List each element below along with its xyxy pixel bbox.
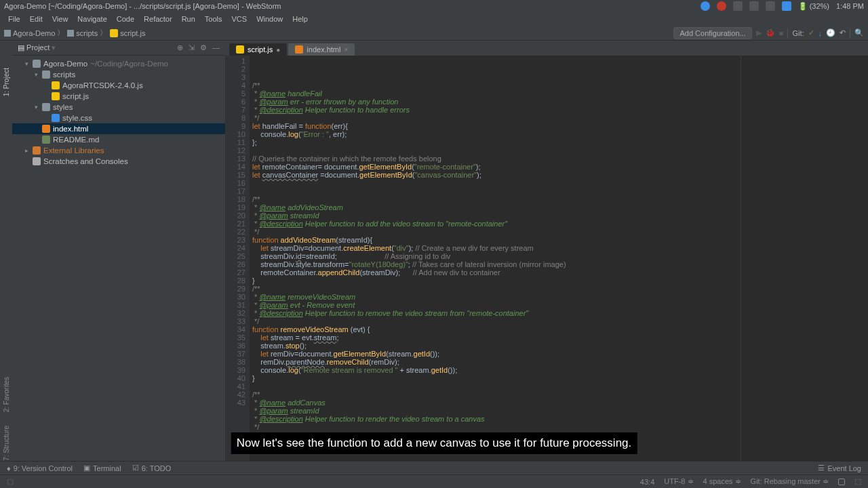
- tab-script-js[interactable]: script.js ●: [229, 43, 287, 56]
- git-history-icon[interactable]: 🕘: [826, 28, 835, 37]
- add-configuration-button[interactable]: Add Configuration...: [673, 27, 751, 39]
- collapse-icon[interactable]: ⇲: [189, 43, 195, 52]
- breadcrumb-item[interactable]: Agora-Demo 〉: [4, 28, 64, 38]
- close-tab-icon[interactable]: ×: [344, 46, 348, 54]
- run-icon[interactable]: ▶: [756, 28, 762, 37]
- menu-refactor[interactable]: Refactor: [140, 14, 176, 24]
- tree-item-label: AgoraRTCSDK-2.4.0.js: [62, 81, 143, 89]
- tree-item[interactable]: index.html: [12, 123, 225, 134]
- clock[interactable]: 1:48 PM: [836, 2, 864, 10]
- vcs-icon: ♦: [7, 464, 11, 472]
- tool-todo[interactable]: ☑6: TODO: [132, 464, 172, 472]
- menu-help[interactable]: Help: [288, 14, 312, 24]
- tree-item[interactable]: script.js: [12, 91, 225, 102]
- tree-item[interactable]: ▸External Libraries: [12, 145, 225, 156]
- line-number-gutter[interactable]: 1234567891011121314151617181920212223242…: [225, 56, 250, 461]
- tool-favorites-tab[interactable]: 2: Favorites: [3, 377, 10, 412]
- tree-item-label: styles: [53, 103, 73, 111]
- debug-icon[interactable]: 🐞: [766, 28, 775, 37]
- menu-edit[interactable]: Edit: [26, 14, 47, 24]
- tree-item[interactable]: style.css: [12, 113, 225, 123]
- git-branch-status[interactable]: Git: Rebasing master ≑: [751, 477, 829, 486]
- git-commit-icon[interactable]: ✓: [808, 28, 814, 37]
- tree-arrow-icon[interactable]: ▾: [23, 60, 30, 67]
- subtitle-caption: Now let's see the function to add a new …: [231, 432, 637, 454]
- editor-area: script.js ● index.html × 123456789101112…: [225, 41, 868, 461]
- file-encoding[interactable]: UTF-8 ≑: [664, 477, 693, 486]
- menu-window[interactable]: Window: [252, 14, 287, 24]
- folder-icon: [4, 30, 11, 37]
- indent-settings[interactable]: 4 spaces ≑: [703, 477, 741, 486]
- tray-icon[interactable]: [749, 1, 759, 11]
- tree-item-label: index.html: [53, 125, 88, 133]
- editor-tabs: script.js ● index.html ×: [225, 41, 868, 56]
- tree-item-label: External Libraries: [43, 146, 104, 155]
- menu-run[interactable]: Run: [178, 14, 199, 24]
- tray-icon[interactable]: [766, 1, 775, 11]
- tray-icon[interactable]: [717, 1, 726, 11]
- tray-icon[interactable]: [733, 1, 743, 11]
- event-log-icon: ☰: [818, 464, 825, 472]
- project-panel-title[interactable]: Project: [26, 43, 50, 52]
- locate-icon[interactable]: ⊕: [177, 43, 183, 52]
- tool-project-tab[interactable]: 1: Project: [3, 68, 10, 96]
- menu-vcs[interactable]: VCS: [228, 14, 252, 24]
- tree-item[interactable]: ▾scripts: [12, 69, 225, 80]
- file-icon: [42, 103, 50, 111]
- file-icon: [33, 157, 41, 165]
- tree-arrow-icon[interactable]: ▾: [33, 104, 39, 110]
- file-icon: [33, 146, 41, 155]
- menu-code[interactable]: Code: [113, 14, 138, 24]
- tool-version-control[interactable]: ♦9: Version Control: [7, 464, 73, 472]
- file-icon: [42, 136, 50, 144]
- folder-icon: [67, 30, 74, 37]
- hide-icon[interactable]: —: [212, 43, 220, 52]
- settings-icon[interactable]: ⚙: [200, 43, 207, 52]
- tree-item[interactable]: AgoraRTCSDK-2.4.0.js: [12, 80, 225, 91]
- menu-file[interactable]: File: [4, 14, 24, 24]
- tree-item[interactable]: ▾Agora-Demo ~/Coding/Agora-Demo: [12, 58, 225, 69]
- lock-icon[interactable]: [838, 479, 845, 485]
- tree-item-path: ~/Coding/Agora-Demo: [90, 60, 168, 68]
- git-update-icon[interactable]: ↓: [818, 29, 823, 37]
- tree-item-label: Scratches and Consoles: [43, 157, 128, 165]
- project-tool-window: ▤ Project ▾ ⊕ ⇲ ⚙ — ▾Agora-Demo ~/Coding…: [12, 41, 225, 461]
- file-icon: [52, 81, 60, 89]
- tree-arrow-icon[interactable]: ▾: [33, 71, 39, 78]
- tab-label: script.js: [248, 45, 273, 54]
- tree-item-label: README.md: [53, 136, 99, 144]
- bottom-tool-stripe: ♦9: Version Control ▣Terminal ☑6: TODO ☰…: [0, 461, 868, 474]
- git-revert-icon[interactable]: ↶: [840, 28, 846, 37]
- breadcrumb-item[interactable]: script.js: [110, 29, 145, 37]
- project-tree[interactable]: ▾Agora-Demo ~/Coding/Agora-Demo▾scriptsA…: [12, 56, 225, 461]
- code-editor[interactable]: /** * @name handleFail * @param err - er…: [250, 56, 868, 461]
- menu-view[interactable]: View: [48, 14, 73, 24]
- close-tab-icon[interactable]: ●: [276, 46, 280, 54]
- js-file-icon: [236, 45, 244, 54]
- tree-arrow-icon[interactable]: ▸: [23, 147, 30, 154]
- file-icon: [42, 125, 50, 133]
- tool-terminal[interactable]: ▣Terminal: [83, 464, 121, 472]
- menu-tools[interactable]: Tools: [201, 14, 226, 24]
- breadcrumb: Agora-Demo 〉 scripts 〉 script.js: [4, 28, 145, 38]
- right-margin-guide: [741, 56, 741, 461]
- stop-icon[interactable]: ■: [779, 29, 784, 37]
- bluetooth-icon[interactable]: [782, 1, 791, 11]
- tree-item[interactable]: README.md: [12, 134, 225, 145]
- tree-item[interactable]: ▾styles: [12, 102, 225, 113]
- window-title: Agora-Demo [~/Coding/Agora-Demo] - .../s…: [4, 2, 281, 10]
- caret-position[interactable]: 43:4: [640, 478, 654, 486]
- file-icon: [52, 114, 60, 122]
- tray-icon[interactable]: [701, 1, 710, 11]
- tool-structure-tab[interactable]: 7: Structure: [3, 426, 10, 461]
- todo-icon: ☑: [132, 464, 139, 472]
- menu-navigate[interactable]: Navigate: [73, 14, 111, 24]
- breadcrumb-item[interactable]: scripts 〉: [67, 28, 107, 38]
- goto-icon[interactable]: ▢: [7, 477, 14, 486]
- tab-index-html[interactable]: index.html ×: [288, 43, 355, 56]
- battery-indicator[interactable]: 🔋 (32%): [798, 2, 829, 11]
- event-log-button[interactable]: ☰Event Log: [818, 464, 861, 472]
- search-icon[interactable]: 🔍: [854, 28, 864, 37]
- tree-item[interactable]: Scratches and Consoles: [12, 156, 225, 167]
- ide-status-icon[interactable]: ⬚: [854, 477, 861, 486]
